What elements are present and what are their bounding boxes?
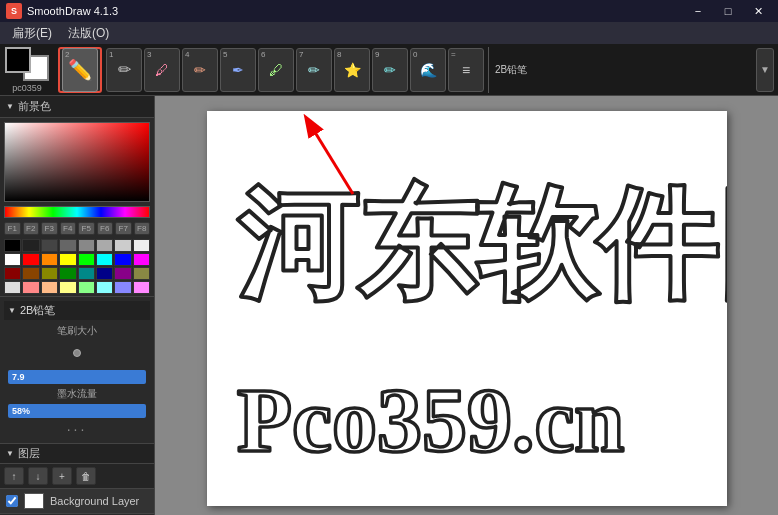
collapse-triangle-brush[interactable]: ▼ xyxy=(8,306,16,315)
menu-item-file[interactable]: 扁形(E) xyxy=(4,23,60,44)
swatch-darkgray1[interactable] xyxy=(22,239,39,252)
layer-move-up-btn[interactable]: ↑ xyxy=(4,467,24,485)
fn-key-f2[interactable]: F2 xyxy=(23,222,40,235)
swatch-lightorange[interactable] xyxy=(41,281,58,294)
swatch-cyan[interactable] xyxy=(96,253,113,266)
brush-size-slider[interactable]: 7.9 xyxy=(8,370,146,384)
tool-btn-3[interactable]: 3 🖊 xyxy=(144,48,180,92)
english-text: Pco359.cn xyxy=(237,371,624,470)
tool-btn-9[interactable]: 9 ✏ xyxy=(372,48,408,92)
hue-slider[interactable] xyxy=(4,206,150,218)
chinese-text: 河东软件园 xyxy=(237,178,727,312)
swatch-lightgreen[interactable] xyxy=(78,281,95,294)
menu-bar: 扁形(E) 法版(O) xyxy=(0,22,778,44)
layer-thumbnail xyxy=(24,493,44,509)
more-options-dots[interactable]: ··· xyxy=(4,421,150,437)
close-button[interactable]: ✕ xyxy=(744,2,772,20)
toolbar-brush-info: 2B铅笔 xyxy=(493,61,529,79)
swatch-lightred[interactable] xyxy=(22,281,39,294)
swatch-lightgray2[interactable] xyxy=(4,281,21,294)
brush-name-label: 2B铅笔 xyxy=(20,303,55,318)
window-controls: − □ ✕ xyxy=(684,2,772,20)
tool-expand-btn[interactable]: ▼ xyxy=(756,48,774,92)
foreground-color-label: 前景色 xyxy=(18,99,51,114)
swatch-darkyellow[interactable] xyxy=(41,267,58,280)
swatch-blue[interactable] xyxy=(114,253,131,266)
brush-size-indicator xyxy=(73,349,81,357)
brush-section: ▼ 2B铅笔 笔刷大小 7.9 墨水流量 58% ··· xyxy=(0,296,154,443)
swatch-lightcyan[interactable] xyxy=(96,281,113,294)
layer-item-background[interactable]: Background Layer xyxy=(0,489,154,514)
layer-delete-btn[interactable]: 🗑 xyxy=(76,467,96,485)
brush-size-label: 笔刷大小 xyxy=(4,324,150,338)
swatch-lightblue[interactable] xyxy=(114,281,131,294)
swatch-darkmagenta[interactable] xyxy=(114,267,131,280)
color-picker-gradient[interactable] xyxy=(4,122,150,202)
swatch-white[interactable] xyxy=(4,253,21,266)
canvas-area[interactable]: 河东软件园 Pco359.cn xyxy=(155,96,778,515)
swatch-darkgreen[interactable] xyxy=(59,267,76,280)
tool-btn-2b-pencil[interactable]: 2 ✏️ xyxy=(62,48,98,92)
menu-item-edit[interactable]: 法版(O) xyxy=(60,23,117,44)
fn-key-f5[interactable]: F5 xyxy=(78,222,95,235)
swatch-green[interactable] xyxy=(78,253,95,266)
swatch-red[interactable] xyxy=(22,253,39,266)
tool-btn-6[interactable]: 6 🖋 xyxy=(258,48,294,92)
swatch-darkblue[interactable] xyxy=(96,267,113,280)
fn-key-f7[interactable]: F7 xyxy=(115,222,132,235)
swatch-lightmagenta[interactable] xyxy=(133,281,150,294)
tool-btn-7[interactable]: 7 ✏ xyxy=(296,48,332,92)
maximize-button[interactable]: □ xyxy=(714,2,742,20)
swatch-darkcyan[interactable] xyxy=(78,267,95,280)
tool-btn-4[interactable]: 4 ✏ xyxy=(182,48,218,92)
fn-key-f3[interactable]: F3 xyxy=(41,222,58,235)
swatch-verylightgray[interactable] xyxy=(114,239,131,252)
foreground-color-box[interactable] xyxy=(5,47,31,73)
tool-btn-8[interactable]: 8 ⭐ xyxy=(334,48,370,92)
swatch-darkgray2[interactable] xyxy=(41,239,58,252)
swatch-olive[interactable] xyxy=(133,267,150,280)
fn-key-f4[interactable]: F4 xyxy=(60,222,77,235)
drawing-canvas[interactable]: 河东软件园 Pco359.cn xyxy=(207,111,727,506)
canvas-svg: 河东软件园 Pco359.cn xyxy=(207,111,727,506)
swatch-lightgray[interactable] xyxy=(96,239,113,252)
toolbar: pc0359 2 ✏️ 1 ✏ 3 🖊 4 ✏ 5 ✒ 6 🖋 7 xyxy=(0,44,778,96)
swatch-midgray[interactable] xyxy=(78,239,95,252)
main-layout: ▼ 前景色 F1 F2 F3 F4 F5 F6 F7 F8 xyxy=(0,96,778,515)
left-panel: ▼ 前景色 F1 F2 F3 F4 F5 F6 F7 F8 xyxy=(0,96,155,515)
collapse-triangle-fg[interactable]: ▼ xyxy=(6,102,14,111)
swatch-magenta[interactable] xyxy=(133,253,150,266)
brush-header: ▼ 2B铅笔 xyxy=(4,301,150,320)
tool-btn-5[interactable]: 5 ✒ xyxy=(220,48,256,92)
layer-visible-checkbox[interactable] xyxy=(6,495,18,507)
swatch-darkorange[interactable] xyxy=(22,267,39,280)
minimize-button[interactable]: − xyxy=(684,2,712,20)
collapse-triangle-layers[interactable]: ▼ xyxy=(6,449,14,458)
ink-flow-value: 58% xyxy=(12,406,30,416)
tool-btn-eq[interactable]: = ≡ xyxy=(448,48,484,92)
toolbar-color-label: pc0359 xyxy=(12,83,42,93)
tool-btn-0[interactable]: 0 🌊 xyxy=(410,48,446,92)
layer-add-btn[interactable]: + xyxy=(52,467,72,485)
title-bar: S SmoothDraw 4.1.3 − □ ✕ xyxy=(0,0,778,22)
swatch-nearwhite[interactable] xyxy=(133,239,150,252)
layer-name-label: Background Layer xyxy=(50,495,139,507)
layers-section: ▼ 图层 ↑ ↓ + 🗑 Background Layer xyxy=(0,443,154,515)
foreground-color-header: ▼ 前景色 xyxy=(0,96,154,118)
swatch-darkred[interactable] xyxy=(4,267,21,280)
ink-flow-slider[interactable]: 58% xyxy=(8,404,146,418)
fn-key-f6[interactable]: F6 xyxy=(97,222,114,235)
swatch-gray[interactable] xyxy=(59,239,76,252)
swatch-lightyellow[interactable] xyxy=(59,281,76,294)
fn-key-f1[interactable]: F1 xyxy=(4,222,21,235)
tool-btn-1[interactable]: 1 ✏ xyxy=(106,48,142,92)
fn-key-row: F1 F2 F3 F4 F5 F6 F7 F8 xyxy=(0,220,154,237)
layer-move-down-btn[interactable]: ↓ xyxy=(28,467,48,485)
color-swatches xyxy=(0,237,154,296)
swatch-orange[interactable] xyxy=(41,253,58,266)
swatch-yellow[interactable] xyxy=(59,253,76,266)
brush-size-value: 7.9 xyxy=(12,372,25,382)
fn-key-f8[interactable]: F8 xyxy=(134,222,151,235)
swatch-black[interactable] xyxy=(4,239,21,252)
app-title: SmoothDraw 4.1.3 xyxy=(27,5,684,17)
